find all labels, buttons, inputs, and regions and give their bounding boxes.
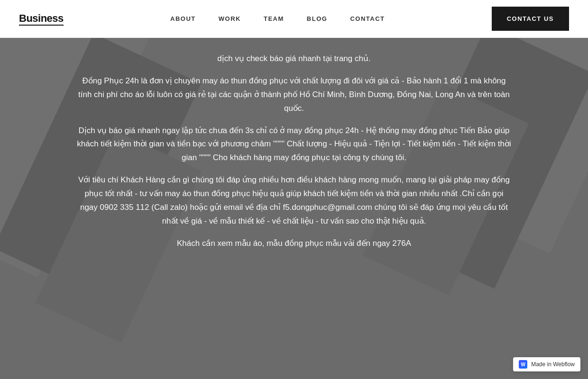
webflow-logo-icon: W <box>519 360 527 369</box>
paragraph-2: Đồng Phục 24h là đơn vị chuyên may áo th… <box>76 74 512 116</box>
logo[interactable]: Business <box>19 12 64 26</box>
nav-about[interactable]: ABOUT <box>170 15 196 22</box>
navbar: Business ABOUT WORK TEAM BLOG CONTACT CO… <box>0 0 588 38</box>
page-wrapper: Business ABOUT WORK TEAM BLOG CONTACT CO… <box>0 0 588 379</box>
nav-blog[interactable]: BLOG <box>307 15 328 22</box>
content-overlay: dịch vụ check báo giá nhanh tại trang ch… <box>0 38 588 379</box>
webflow-badge-label: Made in Webflow <box>531 361 575 368</box>
nav-contact[interactable]: CONTACT <box>350 15 385 22</box>
paragraph-3: Dịch vụ báo giá nhanh ngay lập tức chưa … <box>76 124 512 165</box>
paragraph-1: dịch vụ check báo giá nhanh tại trang ch… <box>76 52 512 66</box>
webflow-badge[interactable]: W Made in Webflow <box>513 357 580 371</box>
nav-team[interactable]: TEAM <box>264 15 284 22</box>
nav-work[interactable]: WORK <box>219 15 241 22</box>
paragraph-4: Với tiêu chí Khách Hàng cần gì chúng tôi… <box>76 173 512 228</box>
main-text-block: dịch vụ check báo giá nhanh tại trang ch… <box>76 52 512 259</box>
contact-us-button[interactable]: CONTACT US <box>492 7 569 31</box>
paragraph-5: Khách cần xem mẫu áo, mẫu đồng phục mẫu … <box>76 237 512 251</box>
nav-links: ABOUT WORK TEAM BLOG CONTACT <box>170 15 385 22</box>
